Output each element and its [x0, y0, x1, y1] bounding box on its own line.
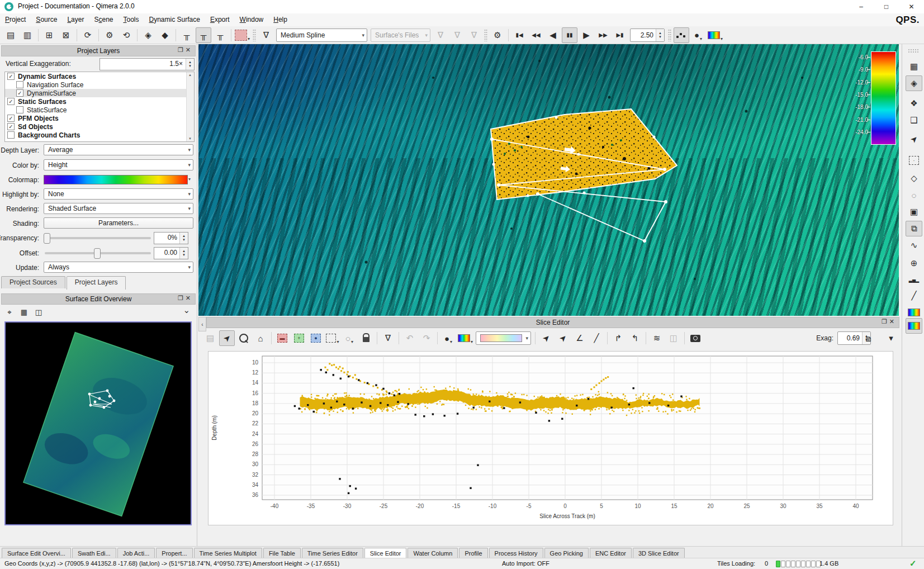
point-size-icon[interactable]: ●▾: [690, 27, 706, 43]
dock-tab-propert-[interactable]: Propert...: [156, 548, 192, 558]
redo-icon[interactable]: ↷: [419, 330, 434, 346]
swath-edit-icon[interactable]: ╥: [212, 27, 228, 43]
maximize-button[interactable]: □: [874, 0, 899, 13]
menu-project[interactable]: Project: [0, 13, 31, 26]
highlight-by-combo[interactable]: None▾: [44, 188, 193, 200]
fit-overview-icon[interactable]: ⌖: [3, 306, 16, 319]
minimize-button[interactable]: –: [849, 0, 874, 13]
slice-editor-header[interactable]: Slice Editor ❐✕: [206, 317, 899, 328]
skip-last-icon[interactable]: ▶▮: [612, 27, 628, 43]
tree-item-dynamicsurface[interactable]: ✓DynamicSurface: [5, 89, 194, 97]
float-panel-icon[interactable]: ❐: [178, 295, 186, 301]
dock-tab-profile[interactable]: Profile: [459, 548, 487, 558]
surface-files-combo[interactable]: Surface's Files▾: [371, 29, 430, 42]
spinner-arrows[interactable]: ▲▼: [656, 29, 664, 41]
dock-tab-slice-editor[interactable]: Slice Editor: [364, 548, 407, 559]
play-icon[interactable]: ▶: [579, 27, 594, 43]
measure-icon[interactable]: ╱: [589, 330, 604, 346]
measure-icon[interactable]: ╱: [906, 288, 922, 304]
accept-selection-icon[interactable]: +: [291, 330, 307, 346]
grid-overview-icon[interactable]: ▦: [17, 305, 31, 319]
update-surface-icon[interactable]: ◈: [140, 27, 156, 43]
chevron-down-icon[interactable]: ▾: [188, 177, 191, 182]
tree-item-static-surfaces[interactable]: ✓Static Surfaces: [5, 97, 194, 106]
vertical-exaggeration-spinner[interactable]: 1.5× ▲▼: [99, 58, 195, 70]
tab-project-layers[interactable]: Project Layers: [67, 276, 126, 290]
chevron-down-icon[interactable]: ▾: [883, 330, 899, 346]
lock-icon[interactable]: [358, 330, 374, 346]
tree-scrollbar[interactable]: ▲▼: [186, 72, 194, 141]
close-panel-icon[interactable]: ✕: [889, 318, 897, 325]
dock-tab-job-acti-[interactable]: Job Acti...: [117, 548, 155, 558]
select-polygon-icon[interactable]: ◇: [906, 170, 922, 186]
checkbox[interactable]: [7, 131, 15, 139]
dock-tab-enc-editor[interactable]: ENC Editor: [590, 548, 632, 558]
add-source-file-icon[interactable]: ⊞: [41, 27, 57, 43]
tree-item-background-charts[interactable]: Background Charts: [5, 131, 194, 139]
checkbox[interactable]: ✓: [16, 89, 23, 97]
menu-window[interactable]: Window: [235, 13, 269, 26]
grid-display-icon[interactable]: ▦: [906, 59, 922, 74]
colormap-icon[interactable]: ▾: [707, 27, 723, 43]
filter-expand-icon[interactable]: ∇: [466, 27, 482, 43]
colormap-menu-icon[interactable]: ▾: [457, 330, 473, 346]
reset-view-icon[interactable]: ❑: [906, 112, 922, 128]
dock-tab-geo-picking[interactable]: Geo Picking: [544, 548, 589, 558]
surface-edit-overview-map[interactable]: [4, 321, 192, 525]
spinner-arrows[interactable]: ▲▼: [186, 59, 194, 70]
close-panel-icon[interactable]: ✕: [186, 295, 193, 301]
shading-parameters-button[interactable]: Parameters...: [44, 217, 193, 229]
checkbox[interactable]: ✓: [7, 123, 15, 130]
dock-tab-water-column[interactable]: Water Column: [407, 548, 458, 558]
edit-polygon-icon[interactable]: ⧉: [906, 221, 922, 236]
offset-spinner[interactable]: 0.00▲▼: [154, 247, 188, 259]
project-layers-header[interactable]: Project Layers ❐✕: [1, 45, 196, 56]
tree-item-pfm-objects[interactable]: ✓PFM Objects: [5, 114, 194, 122]
select-soundings-icon[interactable]: ●: [308, 330, 324, 346]
update-combo[interactable]: Always▾: [44, 262, 193, 273]
colormap-settings-icon[interactable]: [906, 318, 922, 334]
tree-item-sd-objects[interactable]: ✓Sd Objects: [5, 122, 194, 131]
slice-edit-3d-icon[interactable]: ╥: [196, 27, 211, 43]
layer-tree[interactable]: ✓Dynamic SurfacesNavigation Surface✓Dyna…: [4, 72, 195, 142]
slice-plot[interactable]: 1012141618202224262830323436-40-35-30-25…: [209, 352, 893, 525]
menu-source[interactable]: Source: [31, 13, 62, 26]
checkbox[interactable]: ✓: [7, 98, 15, 105]
tree-item-navigation-surface[interactable]: Navigation Surface: [5, 80, 194, 89]
surface-selection-polygon[interactable]: [491, 109, 677, 200]
dock-tab-time-series-multiplot[interactable]: Time Series Multiplot: [194, 548, 262, 558]
close-panel-icon[interactable]: ✕: [186, 46, 193, 53]
dock-tab-surface-edit-overvi-[interactable]: Surface Edit Overvi...: [2, 548, 71, 558]
checkbox[interactable]: ✓: [7, 115, 15, 122]
rewind-icon[interactable]: ◀◀: [528, 27, 544, 43]
flag-forward-icon[interactable]: ↱: [610, 330, 626, 346]
split-view-icon[interactable]: ◫: [666, 330, 681, 346]
zoom-extents-icon[interactable]: ❖: [906, 96, 922, 111]
menu-tools[interactable]: Tools: [118, 13, 144, 26]
reload-source-icon[interactable]: ⟳: [80, 27, 96, 43]
select-rect-icon[interactable]: ·: [906, 153, 922, 168]
undo-icon[interactable]: ↶: [402, 330, 418, 346]
select-line-icon[interactable]: ∿: [906, 238, 922, 253]
chevron-down-icon[interactable]: ⌄: [183, 305, 190, 315]
colormap-swatch[interactable]: [44, 175, 188, 184]
lock-surface-icon[interactable]: ◆: [157, 27, 173, 43]
dock-tab-swath-edi-[interactable]: Swath Edi...: [72, 548, 116, 558]
spline-mode-combo[interactable]: Medium Spline▾: [276, 29, 367, 42]
patch-test-icon[interactable]: ▾: [234, 27, 250, 43]
globe-icon[interactable]: ⊕: [906, 255, 922, 271]
checkbox[interactable]: [16, 81, 23, 88]
checkbox[interactable]: ✓: [7, 73, 15, 80]
float-panel-icon[interactable]: ❐: [178, 46, 186, 53]
tab-project-sources[interactable]: Project Sources: [1, 276, 65, 288]
processing-settings-icon[interactable]: ⚙: [102, 27, 117, 43]
dock-tab-3d-slice-editor[interactable]: 3D Slice Editor: [633, 548, 685, 558]
show-points-icon[interactable]: [674, 27, 689, 43]
transparency-slider[interactable]: [45, 237, 151, 239]
clean-soundings-icon[interactable]: ≋: [649, 330, 665, 346]
color-by-combo[interactable]: Height▾: [44, 159, 193, 170]
offset-slider-handle[interactable]: [94, 248, 101, 259]
profile-chart-icon[interactable]: ▃▅▂: [906, 272, 922, 288]
close-button[interactable]: ✕: [899, 0, 924, 13]
tree-item-staticsurface[interactable]: StaticSurface: [5, 106, 194, 114]
